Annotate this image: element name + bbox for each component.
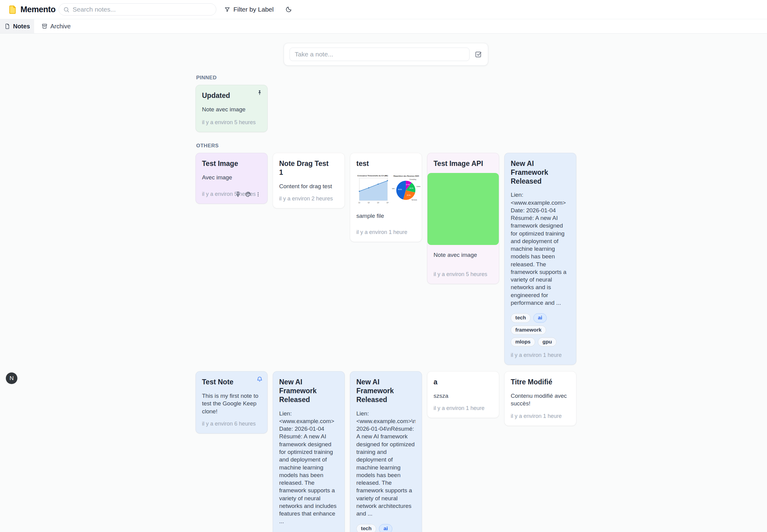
tag-tech[interactable]: tech — [511, 313, 531, 322]
pin-icon[interactable] — [257, 90, 263, 96]
app-logo-icon — [8, 5, 17, 14]
notes-row: Test ImageAvec imageil y a environ 5 heu… — [196, 153, 580, 365]
note-content: Lien: <www.example.com>Date: 2026-01-04R… — [511, 191, 570, 307]
note-content: Note avec image — [434, 251, 493, 259]
note-timestamp: il y a environ 5 heures — [202, 191, 235, 197]
note-timestamp: il y a environ 1 heure — [511, 352, 570, 358]
tag-tech[interactable]: tech — [356, 524, 376, 532]
note-content: This is my first note to test the Google… — [202, 392, 261, 415]
svg-text:Q4: Q4 — [387, 202, 389, 203]
note-card-ai-framework-2[interactable]: New AI Framework ReleasedLien: <www.exam… — [273, 371, 345, 532]
note-title: Test Image — [202, 159, 261, 168]
tab-notes[interactable]: Notes — [0, 19, 34, 33]
svg-text:Q3: Q3 — [377, 202, 379, 203]
svg-text:25.9%: 25.9% — [407, 195, 411, 196]
note-card-ai-framework-1[interactable]: New AI Framework ReleasedLien: <www.exam… — [504, 153, 576, 365]
note-action-icons — [235, 191, 261, 197]
svg-text:Répartition des Revenus 2024: Répartition des Revenus 2024 — [394, 175, 419, 177]
note-card-test-note[interactable]: Test NoteThis is my first note to test t… — [196, 371, 268, 433]
archive-icon — [41, 23, 48, 29]
note-title: Titre Modifié — [511, 378, 570, 386]
svg-text:Services: Services — [412, 199, 417, 201]
note-title: Note Drag Test 1 — [279, 159, 338, 177]
checkbox-icon — [474, 50, 482, 58]
notes-main: PINNED UpdatedNote avec imageil y a envi… — [0, 43, 767, 532]
filter-label: Filter by Label — [233, 6, 274, 13]
note-content: szsza — [434, 392, 493, 400]
search-bar[interactable] — [59, 3, 216, 16]
note-timestamp: il y a environ 2 heures — [279, 196, 338, 202]
note-title: Test Note — [202, 378, 261, 386]
tab-archive[interactable]: Archive — [34, 19, 78, 33]
note-tags: techaiframeworkmlopsgpu — [356, 524, 416, 532]
svg-text:Croissance Trimestrielle du CA: Croissance Trimestrielle du CA (M€) — [357, 175, 388, 177]
take-a-note-input[interactable] — [290, 48, 470, 61]
note-tags: techaiframeworkmlopsgpu — [511, 313, 570, 347]
app-header: Memento Filter by Label — [0, 0, 767, 19]
note-timestamp: il y a environ 6 heures — [202, 421, 261, 427]
file-icon — [4, 23, 10, 29]
others-notes: Test ImageAvec imageil y a environ 5 heu… — [196, 153, 580, 532]
search-input[interactable] — [73, 6, 212, 13]
tag-gpu[interactable]: gpu — [538, 337, 556, 347]
svg-text:45.5%: 45.5% — [398, 189, 402, 190]
tag-mlops[interactable]: mlops — [511, 337, 535, 347]
note-content: Note avec image — [202, 106, 261, 113]
more-vertical-icon[interactable] — [255, 191, 261, 197]
note-footer: il y a environ 1 heure — [511, 408, 570, 419]
app-title: Memento — [20, 5, 56, 14]
tag-ai[interactable]: ai — [379, 524, 392, 532]
note-timestamp: il y a environ 1 heure — [511, 413, 570, 419]
tab-bar: Notes Archive — [0, 19, 767, 34]
note-title: New AI Framework Released — [356, 378, 416, 404]
note-image — [427, 173, 499, 245]
note-timestamp: il y a environ 1 heure — [356, 229, 416, 235]
theme-toggle-button[interactable] — [285, 6, 292, 13]
tag-framework[interactable]: framework — [511, 325, 546, 335]
note-footer: il y a environ 6 heures — [202, 415, 261, 427]
note-footer: il y a environ 5 heures — [202, 114, 261, 126]
note-content: Lien: <www.example.com>Date: 2026-01-04R… — [279, 410, 338, 525]
line-chart-thumbnail: Croissance Trimestrielle du CA (M€)Q1Q2Q… — [356, 174, 389, 204]
note-card-ai-framework-3[interactable]: New AI Framework ReleasedLien: <www.exam… — [350, 371, 422, 532]
pie-chart-thumbnail: Répartition des Revenus 202410.4%Consult… — [392, 174, 420, 203]
tab-notes-label: Notes — [13, 23, 30, 30]
note-card-a[interactable]: aszszail y a environ 1 heure — [427, 371, 499, 418]
palette-icon[interactable] — [245, 191, 251, 197]
bell-icon[interactable] — [257, 376, 263, 382]
note-footer: il y a environ 2 heures — [279, 190, 338, 202]
app-root: Memento Filter by Label — [0, 0, 767, 532]
note-title: test — [356, 159, 416, 168]
note-card-test-image[interactable]: Test ImageAvec imageil y a environ 5 heu… — [196, 153, 268, 204]
svg-text:Q1: Q1 — [358, 202, 361, 203]
user-avatar[interactable]: N — [6, 372, 17, 384]
others-section-label: OTHERS — [196, 143, 580, 149]
compose-card — [284, 43, 488, 66]
note-card-test[interactable]: testCroissance Trimestrielle du CA (M€)Q… — [350, 153, 422, 242]
pin-icon[interactable] — [235, 191, 241, 197]
svg-text:Consulting: Consulting — [409, 179, 416, 180]
note-attachments: Croissance Trimestrielle du CA (M€)Q1Q2Q… — [356, 174, 420, 204]
note-content: Contenu modifié avec succès! — [511, 392, 570, 408]
note-card-updated[interactable]: UpdatedNote avec imageil y a environ 5 h… — [196, 85, 268, 132]
funnel-icon — [224, 6, 230, 13]
note-title: Test Image API — [434, 159, 493, 168]
note-timestamp: il y a environ 5 heures — [434, 271, 493, 278]
note-card-test-image-api[interactable]: Test Image APINote avec imageil y a envi… — [427, 153, 499, 284]
notes-row: Test NoteThis is my first note to test t… — [196, 371, 580, 532]
note-content: Content for drag test — [279, 182, 338, 190]
svg-text:Q2: Q2 — [368, 202, 370, 203]
pinned-section-label: PINNED — [196, 75, 580, 81]
tag-ai[interactable]: ai — [533, 313, 547, 322]
note-content: sample file — [356, 212, 416, 220]
new-checklist-button[interactable] — [474, 50, 482, 58]
filter-by-label-button[interactable]: Filter by Label — [224, 6, 274, 13]
note-timestamp: il y a environ 1 heure — [434, 405, 493, 412]
note-content: Avec image — [202, 174, 261, 181]
note-card-note-drag-test-1[interactable]: Note Drag Test 1Content for drag testil … — [273, 153, 345, 208]
note-footer: il y a environ 1 heure — [511, 347, 570, 358]
note-card-titre-modifie[interactable]: Titre ModifiéContenu modifié avec succès… — [504, 371, 576, 426]
search-icon — [63, 6, 70, 13]
note-footer: il y a environ 5 heures — [434, 266, 493, 278]
svg-text:18.2%: 18.2% — [409, 188, 413, 189]
